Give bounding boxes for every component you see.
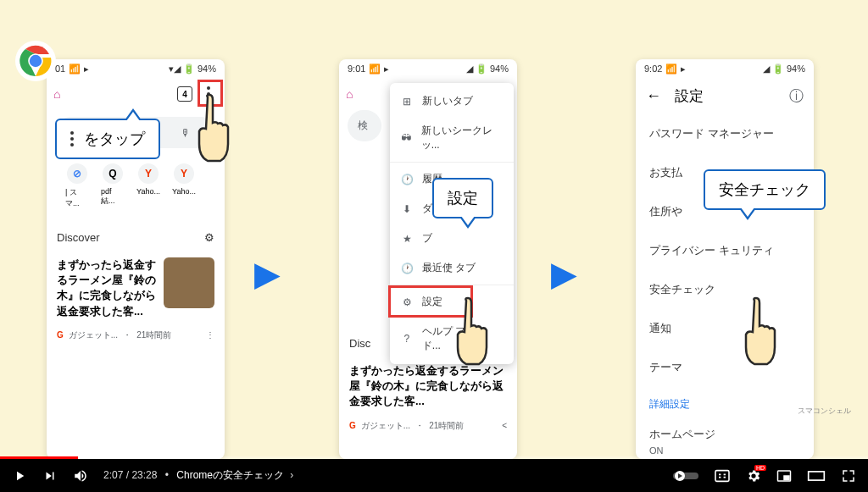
shortcut-label: pdf結... [101,187,125,207]
chevron-right-icon: › [290,469,293,481]
shortcut-label: Yaho... [136,187,160,196]
shortcut-item[interactable]: Qpdf結... [101,163,125,209]
callout-text: 設定 [448,188,478,208]
source-icon: G [349,421,356,430]
total-time: 23:28 [131,469,157,481]
battery-icon: 🔋 [476,64,487,75]
news-source: ガジェット... [69,329,118,341]
fullscreen-button[interactable] [841,468,856,484]
shortcut-label: | スマ... [65,187,89,209]
next-button[interactable] [42,468,58,484]
hand-pointer-icon [737,296,788,373]
arrow-icon: ▶ [254,254,281,293]
settings-button[interactable] [746,468,761,484]
menu-label: 新しいタブ [422,94,473,108]
shortcut-item[interactable]: YYaho... [136,163,160,209]
shortcut-label: Yaho... [172,187,196,196]
menu-incognito[interactable]: 🕶新しいシークレッ... [390,116,514,160]
back-icon[interactable]: ← [646,87,661,105]
share-icon[interactable]: ⋮ [206,330,214,340]
callout-safety-check: 安全チェック [704,169,826,210]
battery-icon: 🔋 [772,64,784,75]
callout-tap-dots: をタップ [55,119,160,159]
play-button[interactable] [12,468,27,484]
settings-title: 設定 [675,86,704,106]
settings-item-privacy[interactable]: プライバシー キュリティ [636,231,814,270]
menu-label: ブ [422,231,432,246]
shortcut-icon: Y [138,163,159,184]
discover-label: Disc [349,337,370,350]
theater-button[interactable] [807,470,826,482]
news-source: ガジェット... [361,420,410,432]
svg-rect-9 [809,471,825,479]
signal-icon: ◢ [763,64,770,75]
arrow-icon: ▶ [551,254,577,293]
share-icon[interactable]: < [502,421,507,430]
svg-rect-6 [715,470,729,481]
battery-icon: 🔋 [183,64,195,75]
gear-icon[interactable]: ⚙ [204,231,214,244]
current-time: 2:07 [103,469,123,481]
video-content: 01📶▸ ▾◢🔋94% ⌂ 4 検索または U... 🎙 ⊙ ⊘| スマ... … [0,0,868,459]
miniplayer-button[interactable] [776,469,792,483]
menu-bookmarks[interactable]: ★ブ [390,224,514,253]
search-cut: 検 [348,110,381,141]
home-icon[interactable]: ⌂ [346,87,353,101]
dots-icon [70,131,74,146]
home-icon[interactable]: ⌂ [53,87,60,101]
mic-icon[interactable]: 🎙 [181,127,191,139]
status-time: 9:02 [644,64,662,74]
shortcut-item[interactable]: YYaho... [172,163,196,209]
news-card[interactable]: まずかったら返金するラーメン屋『鈴の木』に完食しながら返金要求した客... [47,251,225,326]
menu-recent-tabs[interactable]: 🕐最近使 タブ [390,253,514,283]
homepage-label: ホームページ [649,427,800,442]
menu-new-tab[interactable]: ⊞新しいタブ [390,86,514,116]
shortcut-item[interactable]: プ [208,163,216,209]
autoplay-toggle[interactable] [673,470,698,482]
download-icon: ⬇ [400,203,414,215]
battery-pct: 94% [787,64,805,74]
history-icon: 🕐 [400,174,414,185]
chapter-title[interactable]: Chromeの安全チェック [176,469,284,481]
shortcut-icon: ⊘ [67,163,87,184]
settings-item-password[interactable]: パスワード マネージャー [636,114,814,153]
watermark: スマコンシェル [798,406,851,417]
status-bar: 9:01📶▸ ◢🔋94% [339,59,517,78]
signal-icon: ▾◢ [169,64,181,75]
battery-pct: 94% [490,64,509,74]
callout-settings: 設定 [432,178,493,218]
settings-item-homepage[interactable]: ホームページ [636,415,814,444]
source-icon: G [57,330,64,340]
signal-icon: ◢ [466,64,473,75]
settings-section-advanced: 詳細設定 [636,387,814,415]
volume-button[interactable] [73,468,88,484]
phone-screenshot-3: 9:02📶▸ ◢🔋94% ← 設定 ⓘ パスワード マネージャー お支払 住所や… [636,59,814,459]
news-meta: G ガジェット... ・ 21時間前 < [339,417,517,435]
callout-text: 安全チェック [719,180,810,200]
phone-screenshot-2: 9:01📶▸ ◢🔋94% ⌂ ⊞新しいタブ 🕶新しいシークレッ... 🕐履歴 ⬇… [339,59,517,459]
settings-header: ← 設定 ⓘ [636,78,814,114]
hand-pointer-icon [449,296,500,373]
wifi-icon: 📶 [369,64,381,75]
discover-header: Discover ⚙ [47,224,225,251]
chrome-logo-icon [15,41,56,81]
time-display: 2:07 / 23:28 • Chromeの安全チェック › [103,468,293,483]
youtube-icon: ▸ [681,64,686,75]
help-icon[interactable]: ⓘ [789,86,804,106]
video-controls: 2:07 / 23:28 • Chromeの安全チェック › [0,459,868,492]
shortcut-icon: Q [103,163,123,184]
youtube-icon: ▸ [84,64,89,75]
captions-button[interactable] [714,469,731,483]
wifi-icon: 📶 [69,64,81,75]
battery-pct: 94% [198,64,216,74]
shortcut-item[interactable]: ⊘| スマ... [65,163,89,209]
star-icon: ★ [400,233,414,245]
news-thumbnail [164,257,214,308]
hand-pointer-icon [191,93,242,169]
status-bar: 9:02📶▸ ◢🔋94% [636,59,814,78]
menu-label: 最近使 タブ [422,261,476,275]
recent-icon: 🕐 [400,263,414,274]
callout-text: をタップ [84,129,145,149]
youtube-icon: ▸ [384,64,389,75]
news-title: まずかったら返金するラーメン屋『鈴の木』に完食しながら返金要求した客... [57,257,157,319]
